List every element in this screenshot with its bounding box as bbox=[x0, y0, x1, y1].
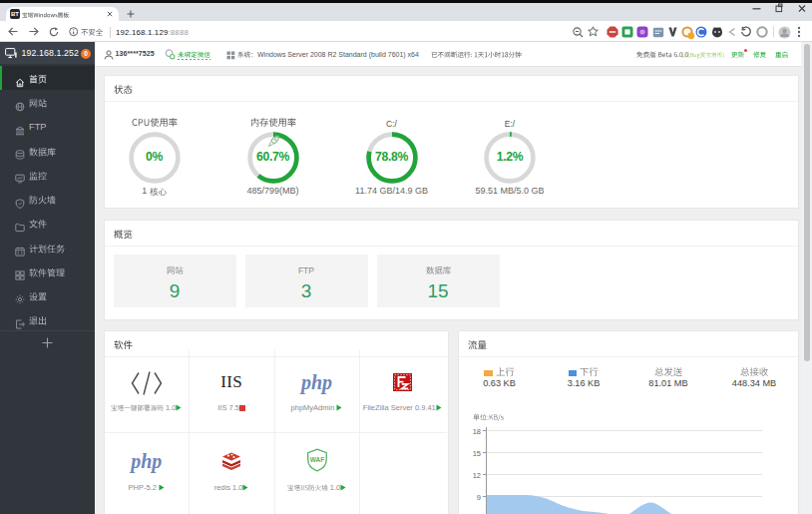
svg-text:15: 15 bbox=[473, 449, 481, 458]
svg-text:12: 12 bbox=[473, 471, 481, 480]
svg-text:WAF: WAF bbox=[309, 456, 323, 463]
svg-text:9: 9 bbox=[477, 493, 481, 502]
svg-text:18: 18 bbox=[473, 427, 481, 436]
